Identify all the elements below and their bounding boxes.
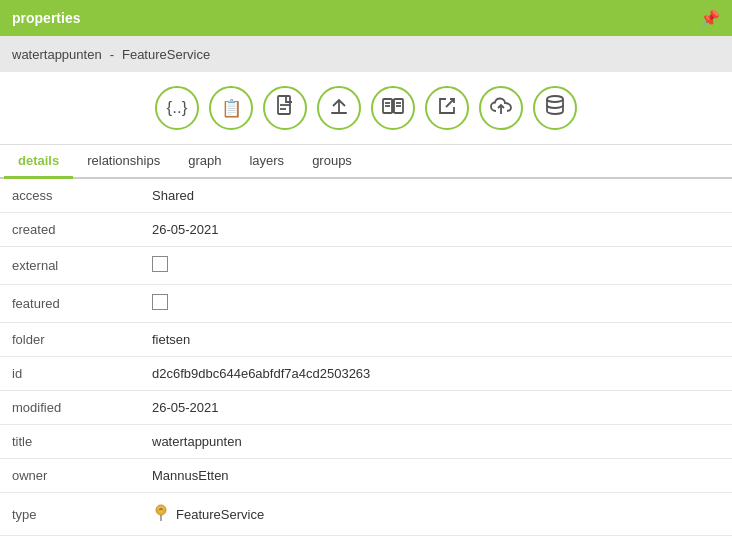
tab-graph[interactable]: graph	[174, 145, 235, 179]
prop-key-featured: featured	[0, 285, 140, 323]
svg-rect-4	[331, 112, 347, 114]
file-icon[interactable]	[263, 86, 307, 130]
icon-toolbar: {..} 📋	[0, 72, 732, 145]
subtitle-separator: -	[110, 47, 114, 62]
clipboard-icon[interactable]: 📋	[209, 86, 253, 130]
tabs-container: details relationships graph layers group…	[0, 145, 732, 179]
cloud-upload-icon[interactable]	[479, 86, 523, 130]
prop-value-type: FeatureService	[140, 493, 732, 536]
content-area: accessSharedcreated26-05-2021externalfea…	[0, 179, 732, 543]
table-row: typeFeatureService	[0, 493, 732, 536]
prop-key-view: view	[0, 536, 140, 544]
table-row: view	[0, 536, 732, 544]
table-row: created26-05-2021	[0, 213, 732, 247]
subtitle-bar: watertappunten - FeatureService	[0, 36, 732, 72]
featured-checkbox[interactable]	[152, 294, 168, 310]
upload-icon[interactable]	[317, 86, 361, 130]
external-link-icon[interactable]	[425, 86, 469, 130]
table-row: titlewatertappunten	[0, 425, 732, 459]
prop-value-view	[140, 536, 732, 544]
prop-value-featured	[140, 285, 732, 323]
prop-key-type: type	[0, 493, 140, 536]
external-checkbox[interactable]	[152, 256, 168, 272]
table-row: folderfietsen	[0, 323, 732, 357]
feature-service-label: FeatureService	[176, 507, 264, 522]
prop-value-folder: fietsen	[140, 323, 732, 357]
json-icon[interactable]: {..}	[155, 86, 199, 130]
table-row: idd2c6fb9dbc644e6abfdf7a4cd2503263	[0, 357, 732, 391]
prop-key-owner: owner	[0, 459, 140, 493]
table-row: accessShared	[0, 179, 732, 213]
prop-key-folder: folder	[0, 323, 140, 357]
feature-service-row: FeatureService	[152, 502, 720, 526]
prop-value-owner: MannusEtten	[140, 459, 732, 493]
prop-value-external	[140, 247, 732, 285]
table-row: modified26-05-2021	[0, 391, 732, 425]
table-row: external	[0, 247, 732, 285]
database-icon[interactable]	[533, 86, 577, 130]
header-title: properties	[12, 10, 80, 26]
prop-value-id: d2c6fb9dbc644e6abfdf7a4cd2503263	[140, 357, 732, 391]
properties-table: accessSharedcreated26-05-2021externalfea…	[0, 179, 732, 543]
tab-relationships[interactable]: relationships	[73, 145, 174, 179]
feature-service-icon	[152, 502, 170, 526]
subtitle-name: watertappunten	[12, 47, 102, 62]
table-row: ownerMannusEtten	[0, 459, 732, 493]
pin-icon[interactable]: 📌	[700, 9, 720, 28]
table-row: featured	[0, 285, 732, 323]
tab-layers[interactable]: layers	[235, 145, 298, 179]
prop-key-created: created	[0, 213, 140, 247]
subtitle-type: FeatureService	[122, 47, 210, 62]
prop-key-modified: modified	[0, 391, 140, 425]
tab-groups[interactable]: groups	[298, 145, 366, 179]
prop-value-title: watertappunten	[140, 425, 732, 459]
prop-key-id: id	[0, 357, 140, 391]
book-icon[interactable]	[371, 86, 415, 130]
svg-point-14	[547, 96, 563, 102]
prop-key-access: access	[0, 179, 140, 213]
prop-key-title: title	[0, 425, 140, 459]
prop-value-modified: 26-05-2021	[140, 391, 732, 425]
prop-value-access: Shared	[140, 179, 732, 213]
prop-key-external: external	[0, 247, 140, 285]
prop-value-created: 26-05-2021	[140, 213, 732, 247]
tab-details[interactable]: details	[4, 145, 73, 179]
properties-header: properties 📌	[0, 0, 732, 36]
svg-line-12	[446, 99, 454, 107]
